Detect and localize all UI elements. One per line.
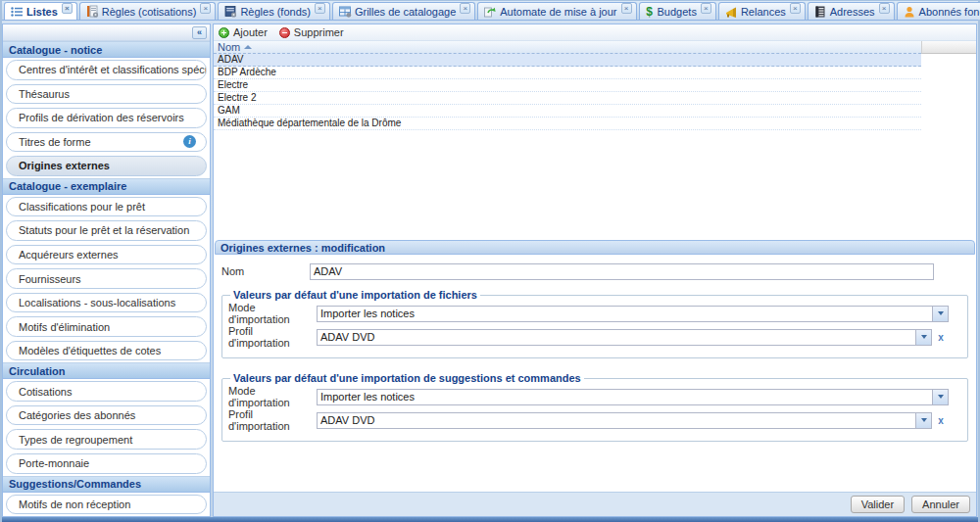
sidebar-item-label: Centres d'intérêt et classifications spé… bbox=[19, 64, 207, 75]
tab-relances[interactable]: Relances × bbox=[718, 2, 806, 20]
clear-icon[interactable]: x bbox=[934, 329, 948, 346]
tab-label: Grilles de catalogage bbox=[355, 6, 456, 18]
tab-regles-cotisations[interactable]: Règles (cotisations) × bbox=[79, 2, 217, 20]
tab-close-icon[interactable]: × bbox=[62, 3, 73, 14]
chevron-down-icon[interactable] bbox=[915, 329, 932, 346]
tab-label: Budgets bbox=[658, 6, 697, 18]
mode-importation-label: Mode d'importation bbox=[228, 302, 317, 325]
sidebar-item-porte-monnaie[interactable]: Porte-monnaie bbox=[6, 453, 207, 474]
tab-close-icon[interactable]: × bbox=[460, 3, 470, 14]
sidebar-item-label: Fournisseurs bbox=[19, 273, 81, 285]
sidebar-item-label: Thésaurus bbox=[19, 88, 70, 100]
table-row[interactable]: GAM bbox=[214, 105, 921, 118]
table-row[interactable]: ADAV bbox=[214, 53, 921, 67]
section-header-catalogue-notice: Catalogue - notice bbox=[3, 41, 210, 58]
profil-importation-combo[interactable] bbox=[317, 329, 932, 346]
tab-automate-mise-a-jour[interactable]: Automate de mise à jour × bbox=[477, 2, 636, 20]
mode-importation-combo[interactable] bbox=[317, 389, 949, 405]
sidebar-item-centres-interet[interactable]: Centres d'intérêt et classifications spé… bbox=[6, 60, 207, 80]
mode-importation-value[interactable] bbox=[317, 306, 932, 322]
delete-button[interactable]: Supprimer bbox=[279, 26, 344, 38]
add-icon bbox=[219, 27, 229, 38]
nom-field[interactable] bbox=[310, 263, 934, 280]
section-title: Suggestions/Commandes bbox=[9, 478, 141, 490]
tab-close-icon[interactable]: × bbox=[701, 3, 711, 14]
table-row[interactable]: Electre 2 bbox=[214, 92, 921, 105]
validate-button[interactable]: Valider bbox=[851, 496, 905, 513]
sidebar-item-motifs-non-reception[interactable]: Motifs de non réception bbox=[6, 495, 207, 515]
mode-importation-row: Mode d'importation bbox=[228, 304, 959, 323]
profil-importation-combo[interactable] bbox=[317, 412, 932, 429]
fieldset-import-fichiers: Valeurs par défaut d'une importation de … bbox=[221, 289, 968, 358]
sidebar-item-thesaurus[interactable]: Thésaurus bbox=[6, 84, 207, 105]
grid-header-filler bbox=[921, 41, 976, 54]
tab-close-icon[interactable]: × bbox=[790, 3, 801, 14]
collapse-sidebar-icon[interactable]: « bbox=[192, 26, 207, 39]
sidebar-item-statuts-pret[interactable]: Statuts pour le prêt et la réservation bbox=[6, 220, 207, 241]
chevron-down-icon[interactable] bbox=[932, 306, 949, 322]
tab-regles-fonds[interactable]: Règles (fonds) × bbox=[218, 2, 330, 20]
sidebar-item-acquereurs-externes[interactable]: Acquéreurs externes bbox=[6, 245, 207, 265]
tab-close-icon[interactable]: × bbox=[200, 3, 211, 14]
info-icon: i bbox=[183, 135, 196, 148]
nom-field-label: Nom bbox=[221, 265, 310, 277]
sidebar-item-fournisseurs[interactable]: Fournisseurs bbox=[6, 268, 207, 289]
table-row[interactable]: Médiathèque départementale de la Drôme bbox=[214, 118, 921, 130]
profil-importation-value[interactable] bbox=[317, 329, 915, 346]
tab-listes[interactable]: Listes × bbox=[4, 2, 77, 20]
sidebar-item-types-regroupement[interactable]: Types de regroupement bbox=[6, 429, 207, 450]
nom-field-row: Nom bbox=[221, 261, 968, 281]
tab-label: Règles (cotisations) bbox=[102, 6, 197, 18]
tab-close-icon[interactable]: × bbox=[879, 3, 890, 14]
sidebar-item-modeles-etiquettes[interactable]: Modèles d'étiquettes de cotes bbox=[6, 341, 207, 361]
sidebar-item-cotisations[interactable]: Cotisations bbox=[6, 381, 207, 402]
section-header-catalogue-exemplaire: Catalogue - exemplaire bbox=[3, 178, 210, 195]
mode-importation-combo[interactable] bbox=[317, 306, 949, 322]
rules-cotisations-icon bbox=[85, 5, 99, 19]
mode-importation-row: Mode d'importation bbox=[228, 387, 959, 406]
chevron-down-icon[interactable] bbox=[915, 412, 932, 429]
sidebar-item-categories-abonnes[interactable]: Catégories des abonnés bbox=[6, 405, 207, 426]
tab-abonnes-fonctionnels[interactable]: Abonnés fonctionnels × bbox=[897, 2, 980, 20]
tab-bar: Listes × Règles (cotisations) × Règles (… bbox=[2, 1, 978, 21]
profil-importation-value[interactable] bbox=[317, 412, 915, 429]
form-empty-space bbox=[221, 451, 968, 492]
horn-icon bbox=[724, 5, 738, 19]
tab-label: Listes bbox=[26, 6, 58, 18]
profil-importation-row: Profil d'importation x bbox=[228, 327, 959, 347]
sidebar-item-label: Cotisations bbox=[19, 386, 72, 398]
column-header-label: Nom bbox=[218, 41, 240, 53]
sidebar-item-profils-derivation[interactable]: Profils de dérivation des réservoirs bbox=[6, 108, 207, 128]
mode-importation-value[interactable] bbox=[317, 389, 932, 405]
main-panel: Ajouter Supprimer Nom ADAV BDP Ardèche E… bbox=[213, 24, 977, 517]
catalog-grid-icon bbox=[338, 5, 352, 19]
sidebar-item-label: Statuts pour le prêt et la réservation bbox=[19, 224, 189, 236]
sidebar-item-label: Titres de forme bbox=[19, 136, 91, 148]
sidebar-item-motifs-elimination[interactable]: Motifs d'élimination bbox=[6, 316, 207, 337]
section-title: Catalogue - exemplaire bbox=[9, 180, 126, 192]
clear-icon[interactable]: x bbox=[934, 412, 948, 429]
fieldset-import-suggestions: Valeurs par défaut d'une importation de … bbox=[221, 372, 968, 442]
tab-close-icon[interactable]: × bbox=[315, 3, 325, 14]
section-title: Catalogue - notice bbox=[9, 44, 102, 56]
window-bottom-border bbox=[2, 517, 978, 522]
table-row[interactable]: BDP Ardèche bbox=[214, 67, 921, 79]
cancel-button[interactable]: Annuler bbox=[911, 496, 970, 513]
tab-adresses[interactable]: Adresses × bbox=[808, 2, 895, 20]
fieldset-legend: Valeurs par défaut d'une importation de … bbox=[230, 372, 584, 384]
add-button[interactable]: Ajouter bbox=[219, 26, 268, 38]
sidebar-item-classifications-pret[interactable]: Classifications pour le prêt bbox=[6, 197, 207, 217]
grid-toolbar: Ajouter Supprimer bbox=[214, 24, 976, 41]
add-button-label: Ajouter bbox=[233, 26, 268, 38]
sidebar-item-localisations[interactable]: Localisations - sous-localisations bbox=[6, 293, 207, 313]
sidebar-item-origines-externes[interactable]: Origines externes bbox=[6, 156, 207, 176]
tab-label: Automate de mise à jour bbox=[500, 6, 616, 18]
tab-close-icon[interactable]: × bbox=[621, 3, 632, 14]
tab-grilles-catalogage[interactable]: Grilles de catalogage × bbox=[332, 2, 475, 20]
section-header-circulation: Circulation bbox=[3, 362, 210, 379]
table-row[interactable]: Electre bbox=[214, 79, 921, 92]
chevron-down-icon[interactable] bbox=[932, 389, 949, 405]
address-book-icon bbox=[813, 5, 827, 19]
sidebar-item-titres-de-forme[interactable]: Titres de forme i bbox=[6, 132, 207, 153]
tab-budgets[interactable]: $ Budgets × bbox=[639, 2, 716, 20]
